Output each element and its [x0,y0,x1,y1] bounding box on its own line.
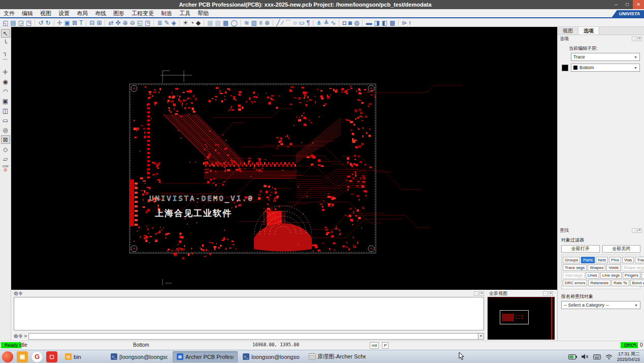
pcb-canvas[interactable]: UNIVISTA-DEMO_V1.0上海合见工业软件 [11,27,557,290]
tool-add-rectangle-icon[interactable]: ▭ [1,116,10,125]
menu-item-6[interactable]: 图形 [110,9,128,17]
clock[interactable]: 17:31 周二 2025/04/15 [617,351,640,362]
toolbar-delete-icon[interactable]: ⊠ [72,19,77,26]
toolbar-unlock-icon[interactable]: ⊞ [96,19,102,26]
wifi-icon[interactable] [605,354,613,359]
filter-ratsnests[interactable]: Ratsnests [588,280,610,286]
tool-add-curve-icon[interactable]: ╮ [1,48,10,57]
float-panel-icon[interactable]: ▫ [632,228,636,233]
tool-delete-cross-icon[interactable]: ⊠ [1,135,10,144]
toolbar-add-circle-icon[interactable]: ○ [293,19,297,26]
menu-item-3[interactable]: 设置 [55,9,73,17]
close-panel-icon[interactable]: ✕ [479,291,484,296]
taskbar-window-4[interactable]: ▢原理图-Archer Schemat··· [305,351,370,362]
toolbar-pad-rect-icon[interactable]: ◍ [354,19,359,26]
toolbar-shape-cut-icon[interactable]: ◧ [382,19,388,26]
float-panel-icon[interactable]: ▫ [474,291,478,296]
units-button[interactable]: mil [370,342,379,349]
toolbar-shading-icon[interactable]: ☀ [183,19,188,26]
layer-select[interactable]: Bottom ▼ [571,64,640,72]
minimap-viewport[interactable] [500,310,529,324]
close-panel-icon[interactable]: ✕ [549,291,553,296]
toolbar-color-map-icon[interactable]: ▨ [251,19,257,26]
taskbar-window-3[interactable]: >_loongson@loongson-··· [239,351,304,362]
filter-nets[interactable]: Nets [596,257,608,263]
toolbar-export-note-icon[interactable]: ◈ [172,19,176,26]
toolbar-refresh-icon[interactable]: ◯ [231,19,237,26]
keyboard-icon[interactable] [593,354,601,359]
toolbar-doc-link-icon[interactable]: ⊳ [402,19,407,26]
loongson-icon[interactable]: G [31,351,43,362]
toolbar-lock-icon[interactable]: ⊟ [89,19,94,26]
menu-item-10[interactable]: 帮助 [194,9,212,17]
toolbar-layer-stack-icon[interactable]: ≡ [259,19,263,26]
menu-item-7[interactable]: 工程变更 [128,9,157,17]
taskbar-window-1[interactable]: >_[loongson@loongson-··· [107,351,172,362]
toolbar-edit-icon[interactable]: ✎ [164,19,169,26]
menu-item-9[interactable]: 工具 [176,9,194,17]
tool-add-pad-icon[interactable]: ◫ [1,106,10,115]
layer-type-select[interactable]: Trace ▼ [571,53,640,61]
toolbar-open-design-icon[interactable]: ▤ [10,19,16,26]
tool-com-port-icon[interactable]: COM⊘ [1,164,10,173]
command-history-dropdown[interactable]: ▼ [478,333,484,340]
tool-export-doc-icon[interactable]: ▱ [1,155,10,163]
command-input[interactable] [28,333,478,340]
toolbar-zoom-in-icon[interactable]: ⊕ [123,19,128,26]
tool-add-circle-pad-icon[interactable]: ◎ [1,126,10,134]
toolbar-add-text-icon[interactable]: T [79,19,83,26]
file-manager-icon[interactable]: ▣ [17,351,28,362]
toolbar-zoom-out-icon[interactable]: ⊖ [130,19,135,26]
toolbar-design-settings-icon[interactable]: ⊗ [265,19,270,26]
app-store-icon[interactable]: ▢ [46,351,57,362]
toolbar-measure-icon[interactable]: ✜ [116,19,121,26]
filter-drc-errors[interactable]: DRC errors [563,280,587,286]
toolbar-add-line-icon[interactable]: ∕ [282,19,283,26]
menu-item-0[interactable]: 文件 [0,9,18,17]
toolbar-shape-rect-icon[interactable]: ▬ [366,19,372,26]
toolbar-zoom-selection-icon[interactable]: ◳ [145,19,150,26]
category-select[interactable]: -- Select a Category -- ▼ [561,301,640,309]
filter-vias[interactable]: Vias [622,257,634,263]
filter-parts[interactable]: Parts [581,257,595,263]
toolbar-add-rect-icon[interactable]: ▭ [299,19,304,26]
toolbar-history-icon[interactable]: ◔ [190,19,194,26]
filter-fingers[interactable]: Fingers [623,272,640,279]
toolbar-save-design-icon[interactable]: ◲ [18,19,24,26]
filter-groups[interactable]: Groups [563,257,580,263]
toolbar-add-label-icon[interactable]: ¶ [307,19,310,26]
toolbar-fill-icon[interactable]: ◆ [196,19,201,26]
volume-muted-icon[interactable] [582,354,589,359]
toolbar-save-as-icon[interactable]: ◳ [26,19,31,26]
tool-add-via-icon[interactable]: ◉ [1,77,10,86]
tool-add-origin-icon[interactable]: ✛ [1,68,10,76]
filter-pins[interactable]: Pins [609,257,621,263]
toolbar-zoom-fit-icon[interactable]: ◱ [137,19,143,26]
toolbar-undo-icon[interactable]: ↺ [38,19,43,26]
taskbar-window-0[interactable]: ▤bin [61,351,106,362]
toolbar-swap-layers-icon[interactable]: ⇄ [108,19,113,26]
tool-add-arc-icon[interactable]: ⌒ [1,58,10,67]
close-panel-icon[interactable]: ✕ [637,228,642,233]
menu-item-5[interactable]: 布线 [91,9,110,17]
layer-color-swatch[interactable] [562,65,568,71]
tab-view[interactable]: 视图 [558,27,578,35]
open-all-button[interactable]: 全部打开 [561,245,600,253]
tool-select-tool-icon[interactable]: ↖ [1,29,10,38]
filter-traces[interactable]: Traces [635,257,644,263]
menu-item-8[interactable]: 制造 [157,9,176,17]
tab-options[interactable]: 选项 [578,27,599,35]
toolbar-grid-icon[interactable]: ▩ [223,19,229,26]
filter-texts[interactable]: Texts [641,272,644,279]
browser-icon[interactable] [2,351,13,362]
battery-icon[interactable] [568,354,577,359]
menu-item-4[interactable]: 布局 [73,9,91,17]
filter-trace-segs[interactable]: Trace segs [563,264,587,271]
toolbar-move-icon[interactable]: ✛ [57,19,62,26]
toolbar-pad-round-icon[interactable]: ◘ [342,19,346,26]
float-panel-icon[interactable]: ▫ [543,291,548,296]
menu-item-1[interactable]: 编辑 [18,9,37,17]
maximize-button[interactable]: □ [622,0,633,9]
command-log[interactable] [14,297,484,330]
minimap[interactable] [488,297,555,340]
